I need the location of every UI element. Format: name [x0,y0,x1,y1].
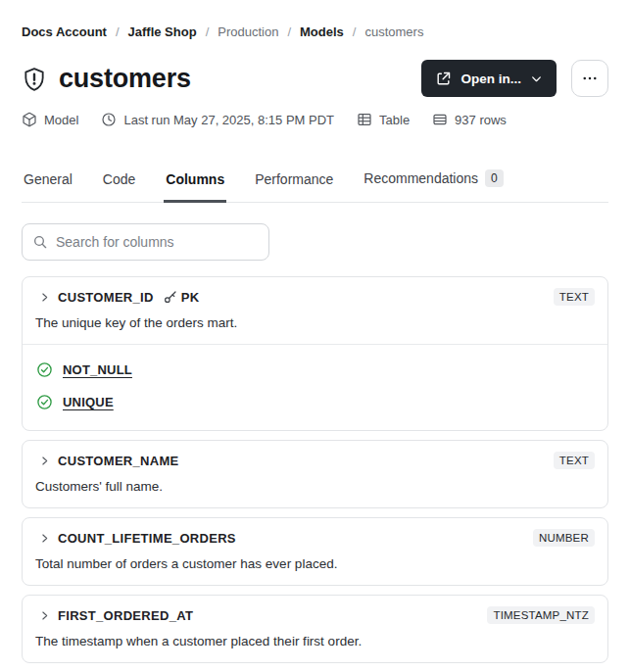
column-type-badge: TEXT [554,288,595,306]
search-input[interactable] [56,234,259,250]
columns-list: CUSTOMER_ID PK TEXT The unique key of th… [22,276,608,672]
breadcrumb-item-models[interactable]: Models [300,24,344,39]
breadcrumb-item-docs-account[interactable]: Docs Account [22,24,107,39]
test-row: UNIQUE [35,386,595,418]
column-description: Total number of orders a customer has ev… [35,556,595,571]
pk-label: PK [181,290,200,305]
column-name: COUNT_LIFETIME_ORDERS [58,531,236,546]
column-tests: NOT_NULL UNIQUE [23,344,607,430]
ellipsis-icon [581,70,599,87]
chevron-right-icon [38,532,51,545]
rows-icon [432,112,448,127]
external-link-icon [435,71,452,87]
column-header[interactable]: CUSTOMER_ID PK TEXT [35,288,595,306]
model-detail-page: Docs Account / Jaffle Shop / Production … [0,0,630,672]
meta-row: Model Last run May 27, 2025, 8:15 PM PDT… [22,112,608,127]
column-type-badge: TEXT [554,452,595,469]
clock-icon [101,112,117,127]
row-count-meta: 937 rows [432,112,507,127]
column-name: CUSTOMER_NAME [58,454,179,468]
column-card: COUNT_LIFETIME_ORDERS NUMBER Total numbe… [22,517,608,586]
column-description: The timestamp when a customer placed the… [35,634,595,648]
key-icon [163,289,178,305]
check-circle-icon [36,361,53,378]
column-search [22,223,269,261]
column-type-badge: NUMBER [533,529,595,547]
test-row: NOT_NULL [35,354,595,386]
primary-key-indicator: PK [163,289,200,305]
row-count-label: 937 rows [455,113,507,127]
tab-general[interactable]: General [22,171,74,203]
column-header[interactable]: CUSTOMER_NAME TEXT [35,452,595,469]
chevron-down-icon [530,72,543,85]
breadcrumb: Docs Account / Jaffle Shop / Production … [22,24,608,39]
breadcrumb-item-production: Production [218,24,278,39]
last-run-meta: Last run May 27, 2025, 8:15 PM PDT [101,112,334,127]
page-title: customers [59,64,191,94]
materialization-meta: Table [357,112,410,127]
open-in-button[interactable]: Open in... [421,60,557,97]
breadcrumb-item-jaffle-shop[interactable]: Jaffle Shop [128,24,197,39]
tab-code[interactable]: Code [101,171,137,203]
materialization-label: Table [379,113,410,127]
table-icon [357,112,372,127]
check-circle-icon [36,394,53,410]
more-options-button[interactable] [571,60,608,97]
chevron-right-icon [38,609,51,622]
column-card: CUSTOMER_NAME TEXT Customers' full name. [22,440,608,508]
column-header[interactable]: FIRST_ORDERED_AT TIMESTAMP_NTZ [35,606,595,624]
chevron-right-icon [38,291,51,304]
resource-type-label: Model [44,113,78,127]
breadcrumb-separator: / [353,24,357,39]
breadcrumb-separator: / [287,24,291,39]
column-card: CUSTOMER_ID PK TEXT The unique key of th… [22,276,608,431]
title-row: customers Open in... [22,60,608,97]
tab-label: Columns [166,171,224,187]
column-type-badge: TIMESTAMP_NTZ [487,606,595,624]
cube-icon [22,112,37,127]
chevron-right-icon [38,455,51,467]
column-name: FIRST_ORDERED_AT [58,608,193,623]
search-icon [32,234,48,250]
tab-label: General [24,171,73,187]
test-link[interactable]: NOT_NULL [63,362,132,377]
tab-label: Code [103,171,135,187]
column-description: Customers' full name. [35,479,595,494]
breadcrumb-item-customers: customers [364,24,423,39]
resource-type-meta: Model [22,112,78,127]
column-description: The unique key of the orders mart. [35,315,595,330]
column-header[interactable]: COUNT_LIFETIME_ORDERS NUMBER [35,529,595,547]
tab-recommendations[interactable]: Recommendations 0 [362,169,505,203]
last-run-label: Last run May 27, 2025, 8:15 PM PDT [123,113,334,127]
tab-label: Performance [255,171,333,187]
open-in-label: Open in... [460,72,521,86]
tab-bar: General Code Columns Performance Recomme… [22,169,608,203]
tab-performance[interactable]: Performance [253,171,335,203]
breadcrumb-separator: / [116,24,120,39]
shield-alert-icon [22,67,47,92]
recommendations-count-badge: 0 [485,169,504,187]
breadcrumb-separator: / [206,24,210,39]
tab-label: Recommendations [363,170,478,186]
test-link[interactable]: UNIQUE [63,395,114,409]
column-name: CUSTOMER_ID [58,290,154,305]
column-card: FIRST_ORDERED_AT TIMESTAMP_NTZ The times… [22,595,608,663]
tab-columns[interactable]: Columns [164,171,226,203]
